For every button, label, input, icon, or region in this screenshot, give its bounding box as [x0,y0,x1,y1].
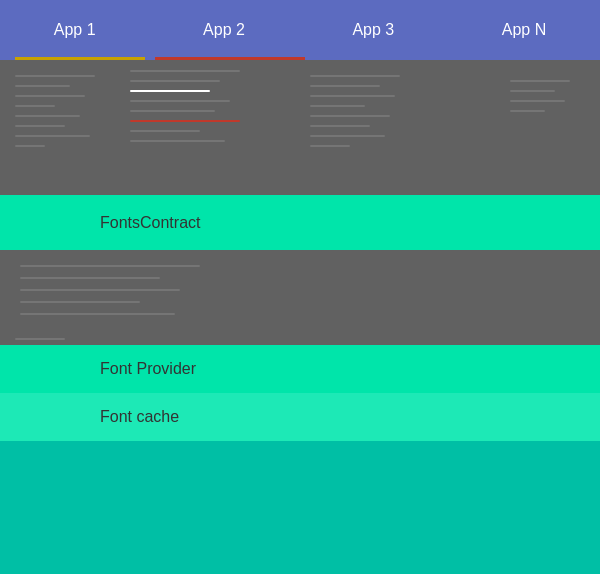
tab-app3[interactable]: App 3 [332,13,414,47]
app3-code-lines [310,75,410,155]
app-bar: App 1 App 2 App 3 App N [0,0,600,60]
provider-internals-section [0,250,600,345]
diagram-container: App 1 App 2 App 3 App N [0,0,600,574]
provider-bottom-line [15,338,65,340]
app-internals-section [0,60,600,195]
font-provider-block: Font Provider [0,345,600,393]
appN-code-lines [510,80,580,120]
tab-app1[interactable]: App 1 [34,13,116,47]
app1-code-lines [15,75,105,155]
font-provider-label: Font Provider [100,360,196,378]
fonts-contract-block: FontsContract [0,195,600,250]
bottom-teal-section [0,441,600,574]
font-cache-block: Font cache [0,393,600,441]
tab-appN[interactable]: App N [482,13,566,47]
app2-code-lines [130,70,250,150]
fonts-contract-label: FontsContract [100,214,200,232]
tab-app2[interactable]: App 2 [183,13,265,47]
provider-code-lines [20,265,220,325]
font-cache-label: Font cache [100,408,179,426]
